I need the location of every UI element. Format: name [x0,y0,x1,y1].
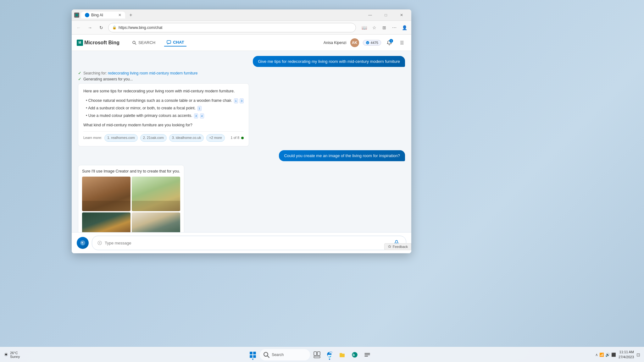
show-desktop-button[interactable]: ⊡ [636,352,640,357]
nav-search-link[interactable]: SEARCH [130,39,158,46]
living-room-image-3[interactable] [82,212,130,232]
living-room-image-2[interactable] [132,177,180,211]
bing-taskbar-button[interactable]: b [349,349,360,360]
svg-rect-19 [314,356,320,358]
learn-more-section: Learn more: 1. realhomes.com 2. 21oak.co… [83,134,225,142]
nav-right: Anisa Kipenzi AK M 4475 1 ☰ [324,38,406,47]
citation-3[interactable]: 1 [197,106,202,111]
svg-point-15 [264,352,268,356]
bullet-3: Use a muted colour palette with primary … [86,112,244,119]
response-question: What kind of mid-century modern furnitur… [83,122,244,128]
check-icon-1: ✓ [78,71,81,75]
citation-1[interactable]: 1 [234,98,238,103]
search-nav-label: SEARCH [138,40,155,45]
user-name-label: Anisa Kipenzi [324,41,347,45]
task-view-button[interactable] [311,349,323,360]
taskbar: ☀ 26°C Sunny Search [0,347,644,362]
chevron-up-icon[interactable]: ∧ [595,353,598,357]
green-dot [241,137,244,139]
chat-input-area [72,232,411,253]
bing-favicon [74,13,79,18]
refresh-button[interactable]: ↻ [97,23,106,32]
type-icon [97,240,102,245]
taskbar-search-button[interactable]: Search [260,349,310,360]
back-button[interactable]: ← [74,23,83,32]
browser-tab-bing[interactable]: Bing AI ✕ [81,12,125,19]
svg-rect-22 [364,353,370,354]
more-icon[interactable]: ⋯ [390,23,399,32]
image-response-text: Sure I'll use Image Creator and try to c… [82,169,180,173]
points-value: 4475 [371,41,378,45]
volume-icon[interactable]: 🔊 [605,353,610,357]
svg-rect-13 [250,355,253,358]
favorites-icon[interactable]: ☆ [370,23,379,32]
reader-icon[interactable]: 📖 [360,23,369,32]
learn-link-more[interactable]: +2 more [206,134,225,142]
searching-item: ✓ Searching for: redecorating living roo… [78,71,249,75]
feedback-label: Feedback [393,245,408,249]
notification-button[interactable]: 1 [385,38,394,47]
bullet-1: Choose natural wood furnishings such as … [86,97,244,104]
start-button[interactable] [247,349,258,360]
user-message-1: Give me tips for redecorating my living … [253,56,405,67]
svg-rect-18 [317,352,320,355]
bing-logo-text: Microsoft Bing [84,40,119,46]
generating-item: ✓ Generating answers for you... [78,77,249,81]
response-footer: Learn more: 1. realhomes.com 2. 21oak.co… [83,131,244,142]
edge-active-indicator [329,359,330,360]
learn-more-label: Learn more: [83,135,102,141]
living-room-image-4[interactable] [132,212,180,232]
tab-bing-icon [85,13,89,17]
network-icon[interactable]: 📶 [599,353,604,357]
searching-for-text: Searching for: [83,71,108,75]
close-button[interactable]: ✕ [394,10,409,20]
collections-icon[interactable]: ⊞ [380,23,389,32]
weather-temp: 26°C [10,351,20,355]
bing-mode-button[interactable] [77,237,89,249]
taskbar-clock[interactable]: 11:11 AM 27/4/2023 [619,350,634,359]
windows-icon [249,351,256,358]
learn-link-1[interactable]: 1. realhomes.com [104,134,137,142]
svg-rect-12 [253,352,256,354]
maximize-button[interactable]: □ [379,10,393,20]
message-input[interactable] [105,241,390,245]
more-apps-button[interactable] [362,349,373,360]
feedback-icon [388,245,391,249]
searching-label: Searching for: redecorating living room … [83,71,198,75]
chat-icon [167,40,171,45]
citation-4[interactable]: 3 [194,113,198,118]
weather-text: 26°C Sunny [10,351,20,359]
living-room-image-1[interactable] [82,177,130,211]
search-icon [132,41,136,45]
file-explorer-button[interactable] [336,349,348,360]
window-controls: — □ ✕ [363,10,409,20]
feedback-button[interactable]: Feedback [384,243,411,250]
minimize-button[interactable]: — [363,10,377,20]
svg-rect-24 [364,356,368,356]
new-tab-button[interactable]: + [127,11,135,19]
citation-5[interactable]: 4 [200,113,204,118]
profile-icon[interactable]: 👤 [400,23,409,32]
bing-nav: M Microsoft Bing SEARCH CHAT Anisa Kipen… [72,35,411,51]
citation-2[interactable]: 3 [240,98,244,103]
menu-icon[interactable]: ☰ [397,38,406,47]
svg-rect-9 [396,240,397,243]
taskbar-date-text: 27/4/2023 [619,355,634,359]
taskbar-left: ☀ 26°C Sunny [4,351,25,359]
learn-link-3[interactable]: 3. idealhome.co.uk [169,134,204,142]
chat-content: Give me tips for redecorating my living … [72,51,411,232]
address-bar: ← → ↻ 🔒 https://www.bing.com/chat 📖 ☆ ⊞ … [72,21,411,35]
message-input-wrapper [92,236,406,250]
learn-link-2[interactable]: 2. 21oak.com [140,134,167,142]
address-bar-icons: 📖 ☆ ⊞ ⋯ 👤 [360,23,409,32]
forward-button[interactable]: → [86,23,94,32]
edge-browser-button[interactable] [324,349,335,360]
nav-chat-link[interactable]: CHAT [164,39,186,47]
svg-rect-11 [250,352,253,354]
response-bullets: Choose natural wood furnishings such as … [83,97,244,119]
user-avatar[interactable]: AK [350,38,359,47]
tab-close-button[interactable]: ✕ [118,13,121,17]
url-text: https://www.bing.com/chat [119,25,162,30]
app-icon [364,351,371,358]
url-input[interactable]: 🔒 https://www.bing.com/chat [108,23,356,32]
